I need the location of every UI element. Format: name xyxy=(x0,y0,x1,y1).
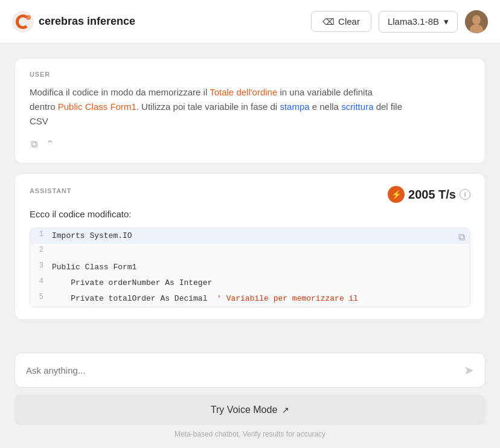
user-message-actions: ⧉ ⌃ xyxy=(30,137,470,151)
copy-message-button[interactable]: ⧉ xyxy=(30,138,39,151)
avatar-image xyxy=(465,10,488,33)
clear-button[interactable]: ⌫ Clear xyxy=(311,11,371,32)
clear-icon: ⌫ xyxy=(322,17,335,27)
logo-area: cerebras inference xyxy=(12,11,311,33)
line-content-4: Private orderNumber As Integer xyxy=(52,277,470,290)
header-controls: ⌫ Clear Llama3.1-8B ▾ xyxy=(311,10,488,33)
code-line-3: 3 Public Class Form1 xyxy=(30,260,470,275)
chevron-down-icon: ▾ xyxy=(444,16,449,27)
clear-label: Clear xyxy=(338,16,360,27)
assistant-card-header: ASSISTANT ⚡ 2005 T/s i xyxy=(30,186,470,203)
chat-input[interactable] xyxy=(26,365,458,376)
svg-point-3 xyxy=(472,15,481,25)
model-selector-button[interactable]: Llama3.1-8B ▾ xyxy=(379,11,458,33)
svg-point-1 xyxy=(26,15,31,20)
footer-disclaimer: Meta-based chatbot, Verify results for a… xyxy=(14,430,486,441)
footer-area: Try Voice Mode ↗ Meta-based chatbot, Ver… xyxy=(0,395,500,448)
code-line-4: 4 Private orderNumber As Integer xyxy=(30,275,470,291)
line-number-4: 4 xyxy=(30,277,52,286)
highlight-scrittura: scrittura xyxy=(341,101,373,112)
code-line-5: 5 Private totalOrder As Decimal ' Variab… xyxy=(30,291,470,307)
line-number-2: 2 xyxy=(30,245,52,254)
main-content: USER Modifica il codice in modo da memor… xyxy=(0,43,500,353)
line-number-3: 3 xyxy=(30,261,52,270)
chat-input-area: ➤ xyxy=(14,353,486,388)
model-name-label: Llama3.1-8B xyxy=(388,16,439,27)
user-card: USER Modifica il codice in modo da memor… xyxy=(14,58,486,164)
highlight-form1: Public Class Form1 xyxy=(58,101,136,112)
code-line-1: 1 Imports System.IO xyxy=(30,228,470,244)
user-card-label: USER xyxy=(30,71,470,78)
external-link-icon: ↗ xyxy=(282,405,289,415)
voice-mode-label: Try Voice Mode xyxy=(211,405,278,415)
code-copy-button[interactable]: ⧉ xyxy=(458,232,465,243)
logo-suffix: inference xyxy=(84,15,135,27)
avatar[interactable] xyxy=(465,10,488,33)
voice-mode-button[interactable]: Try Voice Mode ↗ xyxy=(14,395,486,425)
code-copy-icon: ⧉ xyxy=(458,232,465,242)
line-number-5: 5 xyxy=(30,292,52,301)
speed-badge: ⚡ 2005 T/s i xyxy=(388,186,470,203)
assistant-card: ASSISTANT ⚡ 2005 T/s i Ecco il codice mo… xyxy=(14,173,486,320)
info-icon[interactable]: i xyxy=(460,189,470,200)
line-number-1: 1 xyxy=(30,229,52,238)
cerebras-logo-icon xyxy=(12,11,34,33)
highlight-stampa: stampa xyxy=(280,101,309,112)
logo-brand: cerebras xyxy=(39,15,84,27)
line-content-5: Private totalOrder As Decimal ' Variabil… xyxy=(52,292,470,306)
collapse-message-button[interactable]: ⌃ xyxy=(45,137,55,151)
assistant-intro-text: Ecco il codice modificato: xyxy=(30,209,470,219)
code-block: ⧉ 1 Imports System.IO 2 3 Public Class F… xyxy=(30,228,470,307)
highlight-totale: Totale dell'ordine xyxy=(210,87,277,97)
header: cerebras inference ⌫ Clear Llama3.1-8B ▾ xyxy=(0,0,500,43)
user-message-text: Modifica il codice in modo da memorizzar… xyxy=(30,85,470,129)
logo-text: cerebras inference xyxy=(39,15,135,28)
code-comment-5: ' Variabile per memorizzare il xyxy=(217,294,358,303)
assistant-card-label: ASSISTANT xyxy=(30,187,71,194)
send-icon: ➤ xyxy=(464,363,474,377)
code-line-2: 2 xyxy=(30,244,470,260)
line-content-3: Public Class Form1 xyxy=(52,261,470,274)
line-content-2 xyxy=(52,245,470,258)
collapse-icon: ⌃ xyxy=(46,139,54,149)
lightning-icon: ⚡ xyxy=(388,186,405,203)
copy-icon: ⧉ xyxy=(31,139,37,149)
line-content-1: Imports System.IO xyxy=(52,229,470,243)
send-button[interactable]: ➤ xyxy=(464,363,474,377)
speed-value: 2005 T/s xyxy=(408,188,456,202)
svg-point-0 xyxy=(12,11,34,33)
